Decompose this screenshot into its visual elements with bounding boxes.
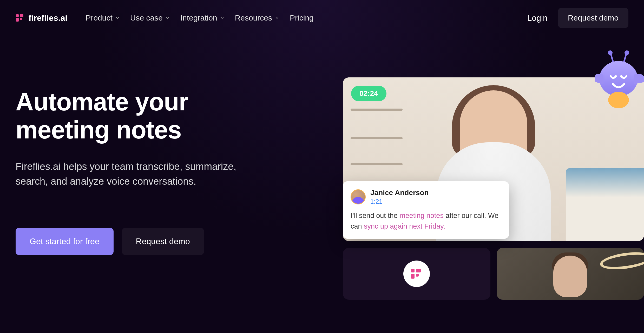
bot-mascot-icon	[595, 50, 644, 110]
request-demo-button[interactable]: Request demo	[558, 8, 628, 28]
svg-point-8	[599, 61, 638, 96]
svg-rect-2	[20, 14, 23, 17]
svg-rect-0	[16, 14, 19, 17]
shelf-decor	[351, 137, 403, 139]
top-nav: fireflies.ai Product Use case Integratio…	[0, 0, 644, 36]
transcript-timestamp: 1:21	[370, 198, 429, 205]
brand-name: fireflies.ai	[29, 13, 67, 23]
nav-item-use-case[interactable]: Use case	[130, 14, 170, 22]
shelf-decor	[351, 109, 403, 111]
participant-face	[553, 256, 587, 297]
hero-subtitle: Fireflies.ai helps your team transcribe,…	[16, 159, 249, 189]
svg-line-4	[611, 54, 613, 63]
transcript-text: I'll send out the meeting notes after ou…	[351, 210, 501, 231]
nav-label: Resources	[235, 14, 272, 22]
nav-label: Product	[86, 14, 112, 22]
svg-rect-1	[16, 18, 19, 22]
hero-left: Automate your meeting notes Fireflies.ai…	[16, 77, 322, 255]
transcript-highlight: sync up again next Friday.	[364, 222, 445, 230]
nav-item-integration[interactable]: Integration	[180, 14, 225, 22]
bed-decor	[566, 168, 644, 241]
brand-panel	[343, 248, 490, 300]
chevron-down-icon	[275, 16, 279, 20]
svg-point-7	[625, 50, 629, 55]
nav-label: Use case	[130, 14, 163, 22]
fireflies-round-logo-icon	[403, 261, 430, 287]
svg-rect-12	[416, 269, 421, 272]
timer-badge: 02:24	[351, 86, 386, 101]
svg-rect-3	[20, 18, 22, 20]
nav-item-product[interactable]: Product	[86, 14, 120, 22]
hero-title-line2: meeting notes	[16, 116, 181, 144]
transcript-seg: I'll send out the	[351, 212, 399, 219]
logo[interactable]: fireflies.ai	[16, 13, 67, 23]
shelf-decor	[351, 163, 403, 165]
request-demo-hero-button[interactable]: Request demo	[122, 228, 204, 255]
video-call-panel: 02:24 Janice Anderson 1:21 I'll send out…	[343, 77, 644, 241]
svg-point-5	[608, 50, 613, 55]
nav-right: Login Request demo	[527, 8, 628, 28]
nav-item-pricing[interactable]: Pricing	[290, 14, 314, 22]
transcript-header: Janice Anderson 1:21	[351, 189, 501, 205]
chevron-down-icon	[220, 16, 225, 20]
hero-title: Automate your meeting notes	[16, 88, 322, 144]
nav-items: Product Use case Integration Resources P…	[86, 14, 313, 22]
hero-section: Automate your meeting notes Fireflies.ai…	[0, 77, 644, 255]
hero-title-line1: Automate your	[16, 88, 188, 116]
speaker-avatar	[351, 189, 366, 204]
hero-right: 02:24 Janice Anderson 1:21 I'll send out…	[322, 77, 628, 255]
transcript-card: Janice Anderson 1:21 I'll send out the m…	[343, 181, 509, 239]
login-link[interactable]: Login	[527, 13, 548, 23]
chevron-down-icon	[165, 16, 170, 20]
lower-panels	[343, 248, 644, 300]
svg-rect-13	[416, 274, 419, 277]
ring-light-decor	[599, 249, 644, 272]
transcript-highlight: meeting notes	[399, 212, 444, 219]
get-started-button[interactable]: Get started for free	[16, 228, 114, 255]
svg-line-6	[624, 54, 626, 63]
nav-item-resources[interactable]: Resources	[235, 14, 279, 22]
svg-point-9	[608, 92, 629, 108]
participant-panel	[497, 248, 644, 300]
nav-label: Pricing	[290, 14, 314, 22]
chevron-down-icon	[115, 16, 120, 20]
speaker-name: Janice Anderson	[370, 189, 429, 197]
svg-rect-10	[411, 269, 414, 272]
hero-buttons: Get started for free Request demo	[16, 228, 322, 255]
nav-label: Integration	[180, 14, 217, 22]
svg-rect-11	[411, 274, 414, 279]
fireflies-logo-icon	[16, 13, 25, 23]
